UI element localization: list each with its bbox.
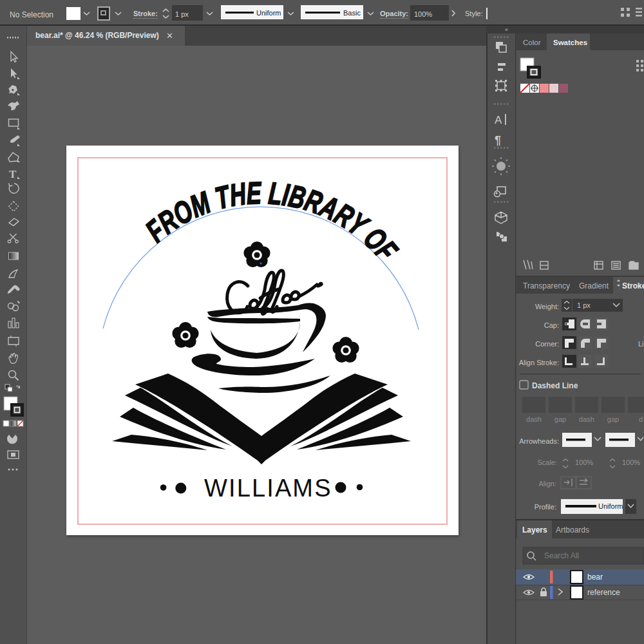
svg-text:Li: Li <box>638 340 644 348</box>
svg-text:Stroke: Stroke <box>622 281 644 290</box>
svg-text:Swatches: Swatches <box>553 39 587 46</box>
svg-text:Gradient: Gradient <box>579 281 609 290</box>
svg-text:Dashed Line: Dashed Line <box>532 381 578 390</box>
svg-text:gap: gap <box>554 415 566 423</box>
svg-text:100%: 100% <box>622 459 640 466</box>
svg-text:Uniform: Uniform <box>598 502 623 510</box>
svg-text:100%: 100% <box>575 459 593 466</box>
svg-text:1 px: 1 px <box>577 301 591 309</box>
svg-text:¶: ¶ <box>495 134 501 147</box>
svg-text:Align:: Align: <box>538 480 556 488</box>
svg-text:A: A <box>495 114 502 126</box>
svg-text:Transparency: Transparency <box>523 281 570 290</box>
svg-text:Arrowheads:: Arrowheads: <box>519 437 559 445</box>
svg-text:«: « <box>505 26 508 33</box>
svg-text:Corner:: Corner: <box>535 340 559 348</box>
svg-text:Scale:: Scale: <box>537 459 557 466</box>
svg-text:FROM THE LIBRARY OF: FROM THE LIBRARY OF <box>139 176 404 268</box>
svg-text:T: T <box>9 168 17 180</box>
svg-text:Color: Color <box>523 39 541 46</box>
svg-text:WILLIAMS: WILLIAMS <box>204 475 332 502</box>
svg-text:Cap:: Cap: <box>544 321 559 329</box>
svg-text:Profile:: Profile: <box>535 503 556 511</box>
svg-text:Weight:: Weight: <box>535 303 559 310</box>
svg-text:dash: dash <box>526 415 542 423</box>
svg-text:Align Stroke:: Align Stroke: <box>519 359 559 366</box>
svg-text:Artboards: Artboards <box>556 526 589 535</box>
svg-text:dash: dash <box>579 415 594 423</box>
svg-text:Layers: Layers <box>522 526 547 535</box>
svg-text:gap: gap <box>607 415 619 423</box>
svg-text:reference: reference <box>587 588 620 597</box>
svg-text:bear: bear <box>587 573 603 582</box>
svg-text:d: d <box>639 415 643 423</box>
svg-text:Search All: Search All <box>544 551 579 560</box>
